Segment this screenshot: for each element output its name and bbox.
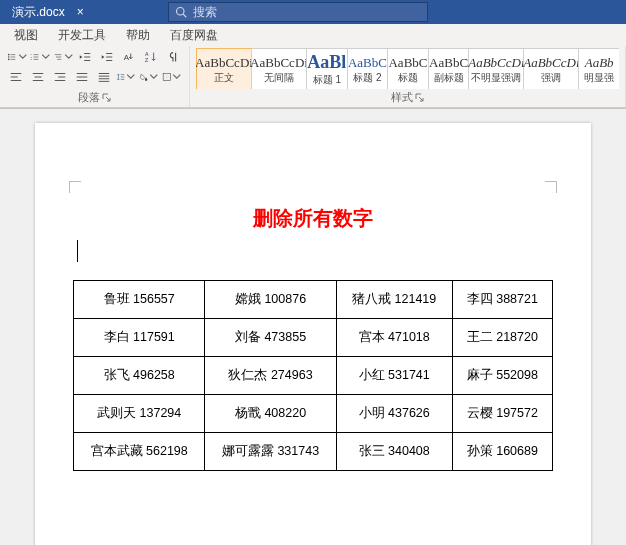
svg-text:Z: Z — [145, 57, 149, 63]
table-cell[interactable]: 王二 218720 — [452, 319, 552, 357]
dialog-launcher-icon[interactable] — [102, 93, 112, 103]
sort-button[interactable]: AZ — [140, 48, 161, 66]
group-styles-label: 样式 — [196, 89, 619, 107]
table-cell[interactable]: 猪八戒 121419 — [336, 281, 452, 319]
chevron-down-icon — [172, 70, 182, 84]
table-row[interactable]: 宫本武藏 562198娜可露露 331743张三 340408孙策 160689 — [74, 433, 553, 471]
style-preview: AaBl — [307, 53, 346, 71]
dialog-launcher-icon[interactable] — [415, 93, 425, 103]
search-placeholder: 搜索 — [193, 4, 217, 21]
style-不明显强调[interactable]: AaBbCcDi不明显强调 — [468, 48, 524, 89]
ribbon-tabs: 视图 开发工具 帮助 百度网盘 — [0, 24, 626, 46]
line-spacing-button[interactable] — [115, 68, 137, 86]
align-center-button[interactable] — [28, 68, 49, 86]
increase-indent-button[interactable] — [97, 48, 118, 66]
group-paragraph-label: 段落 — [6, 89, 183, 107]
text-direction-button[interactable]: A — [119, 48, 140, 66]
table-cell[interactable]: 小红 531741 — [336, 357, 452, 395]
borders-button[interactable] — [161, 68, 183, 86]
table-row[interactable]: 鲁班 156557嫦娥 100876猪八戒 121419李四 388721 — [74, 281, 553, 319]
style-preview: AaBbCcDi — [523, 56, 579, 69]
decrease-indent-button[interactable] — [75, 48, 96, 66]
table-row[interactable]: 张飞 496258狄仁杰 274963小红 531741麻子 552098 — [74, 357, 553, 395]
table-cell[interactable]: 麻子 552098 — [452, 357, 552, 395]
svg-text:A: A — [145, 51, 149, 57]
style-preview: AaBbC — [429, 56, 468, 69]
show-marks-button[interactable] — [162, 48, 183, 66]
search-icon — [175, 6, 187, 18]
title-close[interactable]: × — [73, 5, 88, 19]
document-scroll-area[interactable]: 删除所有数字 鲁班 156557嫦娥 100876猪八戒 121419李四 38… — [0, 108, 626, 545]
margin-mark-top-left — [69, 181, 81, 193]
style-name: 无间隔 — [264, 71, 294, 85]
tab-view[interactable]: 视图 — [4, 27, 48, 44]
style-明显强[interactable]: AaBb明显强 — [578, 48, 619, 89]
table-cell[interactable]: 宫本 471018 — [336, 319, 452, 357]
style-name: 正文 — [214, 71, 234, 85]
table-row[interactable]: 武则天 137294杨戬 408220小明 437626云樱 197572 — [74, 395, 553, 433]
style-标题2[interactable]: AaBbC标题 2 — [347, 48, 389, 89]
style-preview: AaBbC — [348, 56, 387, 69]
align-left-button[interactable] — [6, 68, 27, 86]
table-cell[interactable]: 杨戬 408220 — [205, 395, 336, 433]
table-cell[interactable]: 武则天 137294 — [74, 395, 205, 433]
tab-help[interactable]: 帮助 — [116, 27, 160, 44]
table-cell[interactable]: 云樱 197572 — [452, 395, 552, 433]
style-name: 强调 — [541, 71, 561, 85]
table-cell[interactable]: 张三 340408 — [336, 433, 452, 471]
tab-baidu-netdisk[interactable]: 百度网盘 — [160, 27, 228, 44]
table-row[interactable]: 李白 117591刘备 473855宫本 471018王二 218720 — [74, 319, 553, 357]
table-cell[interactable]: 张飞 496258 — [74, 357, 205, 395]
align-justify-button[interactable] — [71, 68, 92, 86]
styles-gallery[interactable]: AaBbCcDi正文AaBbCcDi无间隔AaBl标题 1AaBbC标题 2Aa… — [196, 48, 619, 89]
numbering-button[interactable]: 123 — [29, 48, 51, 66]
align-distributed-button[interactable] — [93, 68, 114, 86]
style-preview: AaBbCcDi — [250, 56, 308, 69]
style-name: 副标题 — [434, 71, 464, 85]
chevron-down-icon — [64, 50, 74, 64]
chevron-down-icon — [126, 70, 136, 84]
document-filename: 演示.docx — [4, 2, 73, 23]
style-副标题[interactable]: AaBbC副标题 — [428, 48, 470, 89]
multilevel-list-button[interactable] — [52, 48, 74, 66]
shading-button[interactable] — [138, 68, 160, 86]
style-无间隔[interactable]: AaBbCcDi无间隔 — [251, 48, 307, 89]
style-强调[interactable]: AaBbCcDi强调 — [523, 48, 579, 89]
table-cell[interactable]: 李白 117591 — [74, 319, 205, 357]
svg-point-0 — [176, 8, 184, 16]
search-box[interactable]: 搜索 — [168, 2, 428, 22]
page[interactable]: 删除所有数字 鲁班 156557嫦娥 100876猪八戒 121419李四 38… — [35, 123, 591, 545]
chevron-down-icon — [18, 50, 28, 64]
table-cell[interactable]: 狄仁杰 274963 — [205, 357, 336, 395]
group-paragraph: 123 A AZ 段落 — [0, 46, 190, 107]
style-name: 标题 1 — [313, 73, 341, 87]
align-right-button[interactable] — [50, 68, 71, 86]
group-styles: AaBbCcDi正文AaBbCcDi无间隔AaBl标题 1AaBbC标题 2Aa… — [190, 46, 626, 107]
svg-point-4 — [8, 56, 10, 58]
table-cell[interactable]: 鲁班 156557 — [74, 281, 205, 319]
style-标题1[interactable]: AaBl标题 1 — [306, 48, 348, 89]
bullets-button[interactable] — [6, 48, 28, 66]
table-cell[interactable]: 宫本武藏 562198 — [74, 433, 205, 471]
document-heading[interactable]: 删除所有数字 — [73, 205, 553, 232]
table-cell[interactable]: 李四 388721 — [452, 281, 552, 319]
svg-point-2 — [8, 54, 10, 56]
style-name: 标题 2 — [353, 71, 381, 85]
style-preview: AaBbCcDi — [196, 56, 253, 69]
data-table[interactable]: 鲁班 156557嫦娥 100876猪八戒 121419李四 388721李白 … — [73, 280, 553, 471]
tab-dev-tools[interactable]: 开发工具 — [48, 27, 116, 44]
table-cell[interactable]: 小明 437626 — [336, 395, 452, 433]
table-cell[interactable]: 嫦娥 100876 — [205, 281, 336, 319]
table-cell[interactable]: 娜可露露 331743 — [205, 433, 336, 471]
style-正文[interactable]: AaBbCcDi正文 — [196, 48, 252, 89]
table-cell[interactable]: 孙策 160689 — [452, 433, 552, 471]
titlebar: 演示.docx × 搜索 — [0, 0, 626, 24]
chevron-down-icon — [149, 70, 159, 84]
chevron-down-icon — [41, 50, 51, 64]
svg-point-6 — [8, 59, 10, 61]
style-name: 标题 — [398, 71, 418, 85]
style-标题[interactable]: AaBbC标题 — [387, 48, 429, 89]
paragraph-buttons: 123 A AZ — [6, 48, 183, 86]
table-cell[interactable]: 刘备 473855 — [205, 319, 336, 357]
svg-text:A: A — [124, 53, 130, 62]
